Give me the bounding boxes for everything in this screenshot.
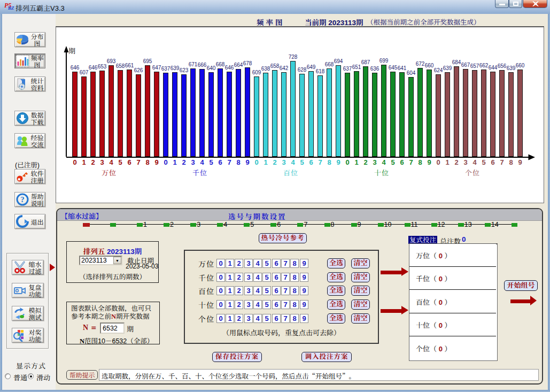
svg-text:?: ?	[20, 195, 25, 204]
